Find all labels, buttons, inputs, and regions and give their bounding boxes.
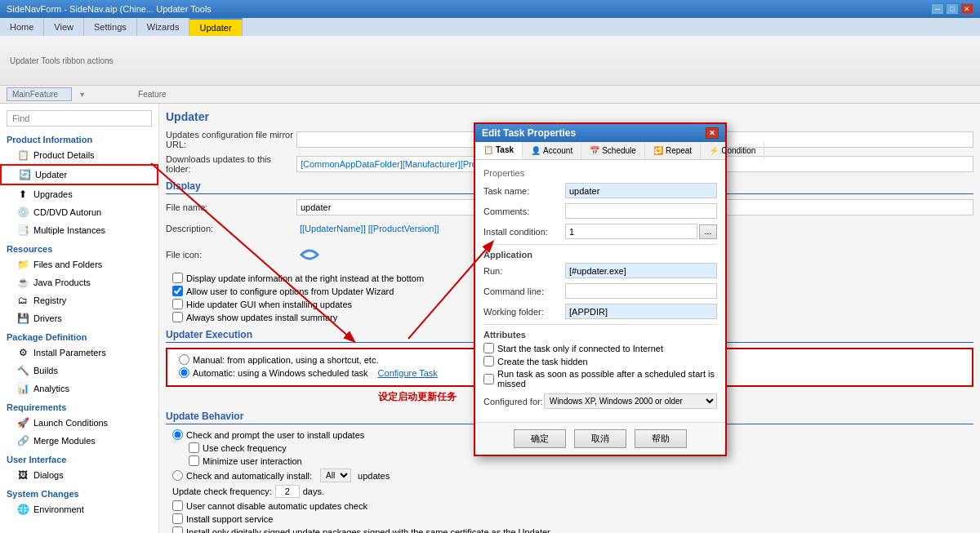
sidebar-item-updater[interactable]: 🔄 Updater [0,164,158,185]
sidebar-item-label: Upgrades [33,189,73,199]
maximize-button[interactable]: □ [946,3,959,15]
edit-task-modal: Edit Task Properties ✕ 📋 Task 👤 Account … [474,122,727,456]
checkbox-install-service: Install support service [166,513,973,524]
modal-tab-schedule[interactable]: 📅 Schedule [581,142,645,159]
ribbon: Home View Settings Wizards Updater Updat… [0,18,980,86]
sidebar-item-product-details[interactable]: 📋 Product Details [0,146,158,164]
task-name-label: Task name: [483,186,565,196]
allow-configure-checkbox[interactable] [172,286,183,296]
update-check-freq-row: Update check frequency: days. [166,485,973,498]
task-name-input[interactable] [565,183,717,198]
radio-automatic[interactable] [179,367,189,378]
comments-row: Comments: [483,203,717,219]
hide-gui-checkbox[interactable] [172,299,183,309]
search-input[interactable] [7,110,152,127]
sidebar-item-drivers[interactable]: 💾 Drivers [0,309,158,327]
feature-dropdown[interactable]: MainFeature [7,87,72,101]
install-service-checkbox[interactable] [172,513,183,524]
task-tab-icon: 📋 [483,145,493,154]
sidebar-item-merge-modules[interactable]: 🔗 Merge Modules [0,432,158,450]
hide-gui-label: Hide updater GUI when installing updates [186,300,352,309]
builds-icon: 🔨 [16,364,29,377]
sidebar-item-upgrades[interactable]: ⬆ Upgrades [0,185,158,203]
comments-input[interactable] [565,203,717,219]
behavior-check-prompt[interactable] [172,429,183,440]
behavior-check-install[interactable] [172,470,183,481]
sidebar-item-java-products[interactable]: ☕ Java Products [0,273,158,291]
files-folders-icon: 📁 [16,258,29,271]
configure-task-link[interactable]: Configure Task [378,368,438,378]
dropdown-arrow-icon: ▼ [78,91,86,99]
cannot-disable-label: User cannot disable automatic updates ch… [186,501,368,511]
cmd-line-input[interactable] [565,283,717,299]
sidebar-item-files-folders[interactable]: 📁 Files and Folders [0,255,158,273]
sidebar-item-builds[interactable]: 🔨 Builds [0,362,158,380]
radio-manual[interactable] [179,354,189,365]
analytics-icon: 📊 [16,382,29,395]
tab-home[interactable]: Home [0,18,44,36]
description-label: Description: [166,224,296,233]
run-input[interactable] [565,263,717,278]
install-cond-row: Install condition: ... [483,224,717,239]
display-info-checkbox[interactable] [172,273,183,283]
schedule-tab-label: Schedule [602,146,636,155]
install-cond-picker[interactable]: ... [699,224,717,239]
sidebar-item-label: Dialogs [33,470,64,480]
radio-check-install: Check and automatically install: All upd… [166,469,973,482]
install-parameters-icon: ⚙ [16,346,29,359]
cancel-button[interactable]: 取消 [574,429,626,448]
file-name-label: File name: [166,202,296,212]
sidebar-item-environment[interactable]: 🌐 Environment [0,500,158,518]
sidebar-section-user-interface: User Interface [0,450,158,466]
tab-view[interactable]: View [44,18,84,36]
modal-close-button[interactable]: ✕ [706,127,719,139]
sidebar-item-install-parameters[interactable]: ⚙ Install Parameters [0,344,158,362]
merge-modules-icon: 🔗 [16,434,29,447]
use-frequency-checkbox[interactable] [189,442,199,453]
sidebar-item-dialogs[interactable]: 🖼 Dialogs [0,466,158,484]
signed-packages-checkbox[interactable] [172,526,183,533]
show-summary-label: Always show updates install summary [186,313,337,322]
sidebar-item-analytics[interactable]: 📊 Analytics [0,380,158,398]
sidebar-item-registry[interactable]: 🗂 Registry [0,291,158,309]
behavior-check-prompt-label: Check and prompt the user to install upd… [186,430,364,440]
mirror-url-label: Updates configuration file mirror URL: [166,130,296,149]
sidebar-section-requirements: Requirements [0,398,158,414]
sidebar-item-launch-conditions[interactable]: 🚀 Launch Conditions [0,414,158,432]
task-tab-label: Task [496,145,514,154]
minimize-button[interactable]: ─ [931,3,944,15]
working-folder-input[interactable] [565,304,717,319]
hidden-task-checkbox[interactable] [483,356,494,366]
sidebar-item-label: Install Parameters [33,348,106,358]
sidebar-item-multiple-instances[interactable]: 📑 Multiple Instances [0,221,158,239]
internet-checkbox[interactable] [483,343,494,353]
modal-tab-condition[interactable]: ⚡ Condition [701,142,764,159]
freq-input[interactable] [275,485,300,498]
run-asap-checkbox[interactable] [483,374,494,384]
modal-footer: 确定 取消 帮助 [475,422,725,455]
tab-settings[interactable]: Settings [84,18,137,36]
modal-tab-account[interactable]: 👤 Account [523,142,581,159]
tab-updater[interactable]: Updater [189,18,242,36]
java-products-icon: ☕ [16,276,29,289]
install-cond-input[interactable] [565,224,697,239]
show-summary-checkbox[interactable] [172,312,183,322]
help-button[interactable]: 帮助 [635,429,687,448]
minimize-interaction-checkbox[interactable] [189,455,199,466]
sidebar-item-label: Java Products [33,278,91,287]
updates-dropdown[interactable]: All [320,469,351,482]
sidebar-item-cddvd[interactable]: 💿 CD/DVD Autorun [0,203,158,221]
checkbox-hidden-task: Create the task hidden [483,356,717,366]
sidebar-item-label: Product Details [33,150,95,160]
confirm-button[interactable]: 确定 [514,429,566,448]
close-button[interactable]: ✕ [960,3,973,15]
product-details-icon: 📋 [16,149,29,162]
file-icon-picker[interactable] [296,242,323,268]
tab-wizards[interactable]: Wizards [137,18,190,36]
modal-tab-task[interactable]: 📋 Task [475,142,523,159]
modal-tab-repeat[interactable]: 🔁 Repeat [645,142,701,159]
cannot-disable-checkbox[interactable] [172,500,183,511]
cmd-line-row: Command line: [483,283,717,299]
configured-for-select[interactable]: Windows XP, Windows 2000 or older Window… [544,393,717,409]
task-name-row: Task name: [483,183,717,198]
